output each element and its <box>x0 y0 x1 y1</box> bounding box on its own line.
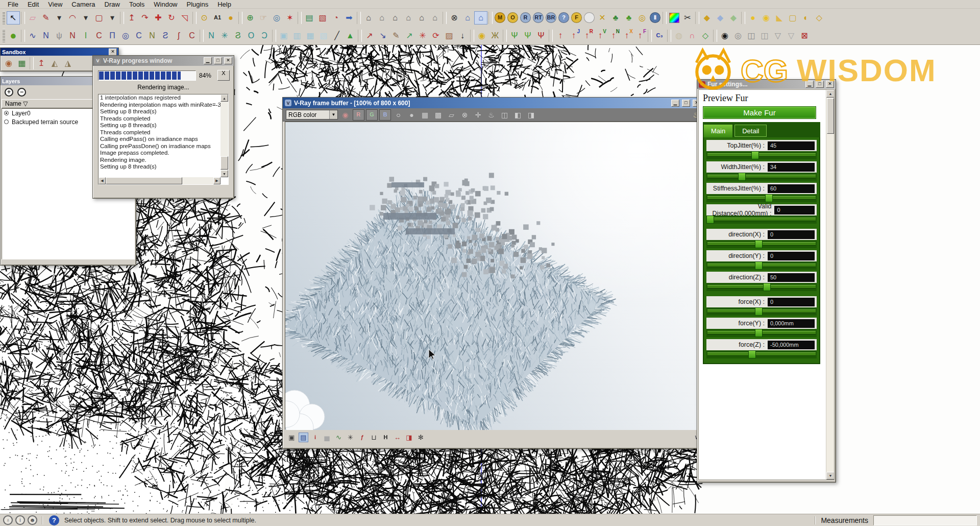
smoove-icon[interactable]: ↥ <box>35 57 48 70</box>
pushpull-tool-icon[interactable]: ↥ <box>125 11 138 25</box>
menu-tools[interactable]: Tools <box>125 0 149 9</box>
push-f-icon[interactable]: ↑F <box>633 29 647 42</box>
stamp-icon[interactable]: ◭ <box>48 57 61 70</box>
vray-render-icon[interactable]: R <box>520 12 531 23</box>
push-r-icon[interactable]: ↑R <box>580 29 594 42</box>
from-scratch-icon[interactable]: ▦ <box>15 57 29 70</box>
look-around-icon[interactable]: ⊗ <box>448 11 461 25</box>
slider-value-input[interactable]: 0 <box>774 206 815 214</box>
slider-track[interactable] <box>706 216 817 224</box>
photo-texture-icon[interactable]: ▤ <box>303 11 316 25</box>
line-dropdown-icon[interactable]: ▾ <box>53 11 66 25</box>
view-left-icon[interactable]: ⌂ <box>415 11 428 25</box>
remove-layer-button[interactable]: − <box>17 88 26 97</box>
menu-draw[interactable]: Draw <box>100 0 125 9</box>
slider-value-input[interactable]: 45 <box>768 141 815 150</box>
camera-black-icon[interactable]: ◉ <box>718 29 731 42</box>
scrollbar-thumb[interactable] <box>106 177 182 184</box>
vray-help-icon[interactable]: ? <box>558 12 569 23</box>
save-image-icon[interactable]: ▦ <box>419 109 431 121</box>
compare-ab2-icon[interactable]: ◨ <box>525 109 537 121</box>
view-top-icon[interactable]: ⌂ <box>375 11 388 25</box>
scroll-up-icon[interactable]: ▲ <box>826 90 835 98</box>
loop-open-icon[interactable]: Ͻ <box>258 29 271 42</box>
sandbox-titlebar[interactable]: Sandbox ✕ <box>1 48 118 56</box>
menu-camera[interactable]: Camera <box>67 0 100 9</box>
zoom-tool-icon[interactable]: ◎ <box>270 11 283 25</box>
slider-track[interactable] <box>706 151 817 159</box>
half-compare-icon[interactable]: ◨ <box>404 433 414 442</box>
ies-light-icon[interactable]: ◇ <box>813 11 826 25</box>
terrain-paint-icon[interactable]: ✎ <box>389 29 403 42</box>
terrain-rainbow-icon[interactable]: ↗ <box>403 29 416 42</box>
polyline-curve-icon[interactable]: Ν <box>39 29 53 42</box>
mono-channel-icon[interactable]: ● <box>406 109 418 121</box>
scroll-left-icon[interactable]: ◀ <box>99 177 106 184</box>
menu-file[interactable]: File <box>3 0 23 9</box>
alpha-channel-icon[interactable]: ○ <box>393 109 404 121</box>
make-fur-button[interactable]: Make Fur <box>703 106 816 119</box>
push-plain-icon[interactable]: ↑ <box>554 29 567 42</box>
loop-circle-icon[interactable]: Ο <box>244 29 258 42</box>
spiral-curve-icon[interactable]: ◎ <box>119 29 132 42</box>
slider-track[interactable] <box>706 173 817 181</box>
rect-curve-icon[interactable]: Π <box>106 29 119 42</box>
camera-pair2-icon[interactable]: ◫ <box>758 29 771 42</box>
scroll-up-icon[interactable]: ▲ <box>220 94 228 102</box>
scroll-right-icon[interactable]: ▶ <box>213 177 220 184</box>
photo-time-icon[interactable]: ◔ <box>329 11 342 25</box>
hair-mesh-icon[interactable]: ◇ <box>699 29 712 42</box>
arc-dropdown-icon[interactable]: ▾ <box>79 11 92 25</box>
terrain-pinwheel-icon[interactable]: ✳ <box>416 29 429 42</box>
red-channel-icon[interactable]: R <box>353 109 364 121</box>
green-channel-icon[interactable]: G <box>366 109 378 121</box>
toolbar-grip[interactable] <box>3 11 5 25</box>
move-tool-icon[interactable]: ✚ <box>152 11 165 25</box>
slider-track[interactable] <box>706 283 817 291</box>
paint-bucket-icon[interactable]: ● <box>224 11 237 25</box>
drape-icon[interactable]: ◮ <box>61 57 75 70</box>
zoom-extents-icon[interactable]: ✶ <box>283 11 297 25</box>
channels-panel-icon[interactable]: ▤ <box>299 433 308 442</box>
progress-titlebar[interactable]: V V-Ray progress window ▁ □ ✕ <box>93 56 234 66</box>
knife-icon[interactable]: ╱ <box>330 29 344 42</box>
menu-window[interactable]: Window <box>149 0 182 9</box>
fur-titlebar[interactable]: ✶ Fur settings... ▁ □ ✕ <box>697 80 836 89</box>
minimize-icon[interactable]: ▁ <box>805 81 814 88</box>
minimize-icon[interactable]: ▁ <box>204 57 212 64</box>
directional-light-icon[interactable]: ◣ <box>773 11 786 25</box>
geolocation-icon[interactable]: ♁ <box>3 515 13 525</box>
spline-curve-icon[interactable]: Ν <box>66 29 79 42</box>
from-contours-icon[interactable]: ◉ <box>2 57 15 70</box>
close-icon[interactable]: ✕ <box>109 49 117 56</box>
followme-tool-icon[interactable]: ↷ <box>138 11 152 25</box>
maximize-icon[interactable]: □ <box>682 100 690 107</box>
log-horizontal-scrollbar[interactable]: ◀ ▶ <box>99 177 220 184</box>
view-front-icon[interactable]: ⌂ <box>388 11 402 25</box>
vray-infinite-plane-icon[interactable]: ✕ <box>596 11 609 25</box>
arc-3pt-icon[interactable]: Ϲ <box>92 29 106 42</box>
wrench-icon[interactable]: Ϩ <box>231 29 244 42</box>
compare-ab-icon[interactable]: ◧ <box>512 109 524 121</box>
camera-wire2-icon[interactable]: ▽ <box>785 29 798 42</box>
terrain-pin-icon[interactable]: ↓ <box>456 29 469 42</box>
push-x-icon[interactable]: ↑X <box>620 29 633 42</box>
arc-curve-icon[interactable]: Ϲ <box>132 29 145 42</box>
push-n-icon[interactable]: ↑N <box>607 29 620 42</box>
slider-handle[interactable] <box>748 350 756 358</box>
render-log[interactable]: 1 interpolation maps registeredRendering… <box>98 94 229 185</box>
add-layer-button[interactable]: + <box>5 88 13 97</box>
select-tool-icon[interactable]: ↖ <box>7 11 20 25</box>
scrollbar-thumb[interactable] <box>827 98 834 134</box>
frame-buffer-titlebar[interactable]: V V-Ray frame buffer - [100% of 800 x 60… <box>283 98 703 108</box>
layer-radio[interactable] <box>4 119 9 124</box>
zigzag-curve-icon[interactable]: Ν <box>145 29 159 42</box>
scroll-down-icon[interactable]: ▼ <box>826 472 835 480</box>
vray-box-gold-icon[interactable]: ◆ <box>700 11 714 25</box>
ab-compare-icon[interactable]: ↔ <box>393 433 402 442</box>
terrain-lower-icon[interactable]: ↘ <box>376 29 389 42</box>
scale-tool-icon[interactable]: ◹ <box>178 11 191 25</box>
export-2d-icon[interactable]: ➡ <box>342 11 356 25</box>
lut-icon[interactable]: ⊔ <box>369 433 379 442</box>
slider-handle[interactable] <box>763 283 771 291</box>
